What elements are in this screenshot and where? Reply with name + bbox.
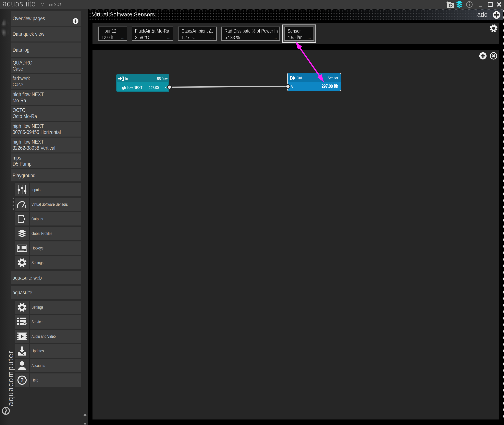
svg-text:?: ? bbox=[20, 377, 24, 383]
